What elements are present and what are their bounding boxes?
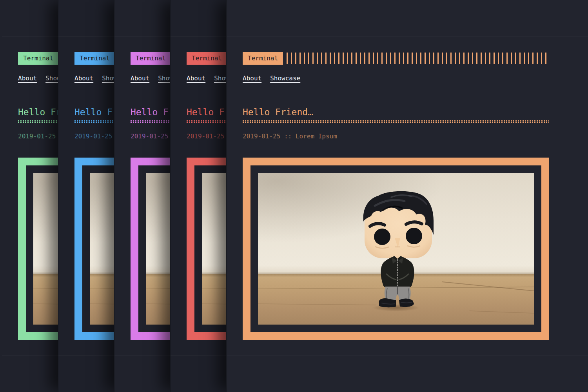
main-menu: About Showcase [243,74,549,82]
menu-link-about[interactable]: About [18,74,37,82]
post-image-frame [243,158,549,340]
figure-left-eye [374,229,390,245]
header-row: Terminal [243,52,549,65]
menu-link-about[interactable]: About [243,74,261,82]
post-date-meta: 2019-01-25 :: Lorem Ipsum [243,132,549,140]
site-logo-badge[interactable]: Terminal [187,52,227,65]
funko-figure-photo [258,173,534,325]
site-logo-badge[interactable]: Terminal [74,52,115,65]
theme-collage: Terminal About Showcase Hello Friend… 20… [0,0,588,392]
menu-link-about[interactable]: About [187,74,205,82]
funko-figure-illustration [258,173,534,325]
menu-link-about[interactable]: About [74,74,93,82]
title-separator-dots [243,120,549,123]
figure-right-eye [406,228,422,244]
site-logo-badge[interactable]: Terminal [131,52,171,65]
panel-content: Terminal About Showcase Hello Friend… 20… [227,52,565,340]
post-title[interactable]: Hello Friend… [243,108,549,117]
site-logo-badge[interactable]: Terminal [18,52,58,65]
post-image-frame-gap [250,165,541,332]
theme-panel-orange: Terminal About Showcase Hello Friend… 20… [226,0,588,392]
menu-link-showcase[interactable]: Showcase [270,74,300,82]
site-logo-badge[interactable]: Terminal [243,52,283,65]
menu-link-about[interactable]: About [131,74,149,82]
logo-stripes-decoration [287,53,549,64]
